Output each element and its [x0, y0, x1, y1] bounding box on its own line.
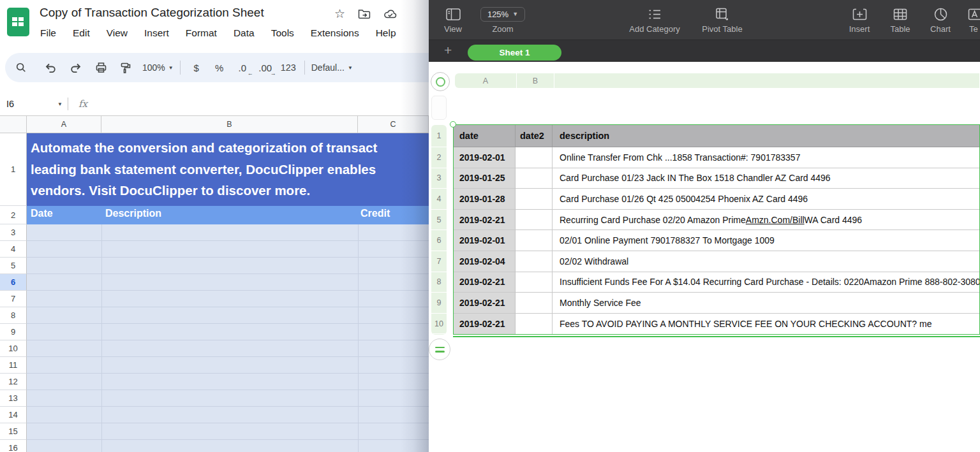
move-folder-icon[interactable] — [358, 8, 371, 20]
column-header-c[interactable]: C — [358, 115, 429, 133]
table-select-all-handle[interactable] — [431, 72, 450, 91]
table-icon[interactable] — [885, 5, 916, 23]
row-number[interactable]: 5 — [431, 210, 447, 231]
row-header[interactable]: 2 — [0, 206, 27, 224]
add-sheet-button[interactable]: + — [444, 43, 452, 58]
cell-date2[interactable] — [516, 314, 553, 335]
add-category-icon[interactable] — [624, 5, 685, 23]
text-icon[interactable] — [965, 5, 980, 23]
increase-decimal-button[interactable]: .00→ — [256, 58, 275, 77]
cell-date[interactable]: 2019-02-21 — [454, 210, 516, 231]
format-percent-button[interactable]: % — [210, 58, 229, 77]
cell-date[interactable]: 2019-02-21 — [454, 314, 516, 335]
decrease-decimal-button[interactable]: .0← — [233, 58, 252, 77]
menu-tools[interactable]: Tools — [271, 27, 294, 39]
pivot-table-icon[interactable] — [697, 5, 748, 23]
row-number[interactable]: 2 — [431, 147, 447, 168]
row-header[interactable]: 3 — [0, 224, 27, 241]
table-header-row[interactable]: Date Description Credit — [27, 206, 429, 224]
row-header-selected[interactable]: 6 — [0, 274, 27, 291]
zoom-button[interactable]: 125%▼ — [480, 7, 525, 22]
row-header[interactable]: 8 — [0, 307, 27, 324]
row-header[interactable]: 1 — [0, 133, 27, 206]
cell-date2[interactable] — [516, 168, 553, 189]
row-header[interactable]: 5 — [0, 258, 27, 274]
cell-date2[interactable] — [516, 147, 553, 168]
row-number[interactable]: 6 — [431, 230, 447, 251]
cell-description[interactable]: Monthly Service Fee — [553, 293, 979, 314]
cell-date[interactable]: 2019-02-21 — [454, 293, 516, 314]
cell-description[interactable]: Card Purchase 01/26 Qt 425 05004254 Phoe… — [553, 189, 979, 210]
cell-date[interactable]: 2019-01-28 — [454, 189, 516, 210]
cell-description[interactable]: Recurring Card Purchase 02/20 Amazon Pri… — [553, 210, 979, 231]
column-a[interactable]: A — [455, 73, 517, 88]
row-number[interactable]: 9 — [431, 293, 447, 314]
menu-insert[interactable]: Insert — [144, 27, 169, 39]
row-header[interactable]: 16 — [0, 440, 27, 452]
view-sidebar-icon[interactable] — [440, 5, 466, 23]
paint-format-icon[interactable] — [116, 58, 135, 77]
column-c[interactable] — [554, 73, 980, 88]
row-number[interactable]: 8 — [431, 272, 447, 293]
header-description[interactable]: description — [553, 125, 979, 147]
cell-description[interactable]: Insufficient Funds Fee For A $14.04 Recu… — [553, 272, 979, 293]
row-number[interactable]: 1 — [431, 125, 447, 147]
row-header[interactable]: 11 — [0, 357, 27, 374]
print-icon[interactable] — [91, 58, 110, 77]
insert-icon[interactable] — [843, 5, 875, 23]
row-header[interactable]: 15 — [0, 423, 27, 440]
cloud-saved-icon[interactable] — [383, 8, 397, 20]
table-corner-handle[interactable] — [450, 121, 456, 128]
cell-date2[interactable] — [516, 272, 553, 293]
column-header-a[interactable]: A — [27, 115, 101, 133]
row-header[interactable]: 13 — [0, 390, 27, 407]
header-date[interactable]: date — [454, 125, 516, 147]
row-header[interactable]: 10 — [0, 340, 27, 357]
cell-description[interactable]: Card Purchase 01/23 Jack IN The Box 1518… — [553, 168, 979, 189]
tab-sheet-1[interactable]: Sheet 1 — [468, 45, 561, 61]
search-icon[interactable] — [11, 58, 31, 77]
cell-date[interactable]: 2019-01-25 — [454, 168, 516, 189]
menu-format[interactable]: Format — [186, 27, 217, 39]
chevron-down-icon[interactable]: ▼ — [57, 101, 63, 107]
cell-date[interactable]: 2019-02-01 — [454, 147, 516, 168]
row-header[interactable]: 7 — [0, 291, 27, 307]
menu-view[interactable]: View — [107, 27, 128, 39]
cell-date2[interactable] — [516, 189, 553, 210]
menu-extensions[interactable]: Extensions — [311, 27, 359, 39]
menu-data[interactable]: Data — [234, 27, 255, 39]
row-number[interactable]: 3 — [431, 168, 447, 189]
cell-date2[interactable] — [516, 251, 553, 272]
undo-icon[interactable] — [40, 58, 59, 77]
cell-date2[interactable] — [516, 230, 553, 251]
header-date2[interactable]: date2 — [516, 125, 553, 147]
document-title[interactable]: Copy of Transaction Categorization Sheet — [40, 6, 264, 20]
row-number[interactable]: 7 — [431, 251, 447, 272]
row-number[interactable]: 4 — [431, 189, 447, 210]
row-header[interactable]: 14 — [0, 407, 27, 423]
menu-edit[interactable]: Edit — [73, 27, 90, 39]
cell-date2[interactable] — [516, 293, 553, 314]
cell-description[interactable]: Online Transfer From Chk ...1858 Transac… — [553, 147, 979, 168]
column-b[interactable]: B — [517, 73, 554, 88]
row-header[interactable]: 9 — [0, 324, 27, 340]
column-header-b[interactable]: B — [101, 115, 358, 133]
sheets-logo-icon[interactable] — [7, 8, 29, 36]
empty-grid-rows[interactable] — [27, 224, 429, 452]
star-icon[interactable]: ☆ — [334, 6, 345, 21]
row-number[interactable]: 10 — [431, 314, 447, 335]
cell-date[interactable]: 2019-02-21 — [454, 272, 516, 293]
menu-file[interactable]: File — [40, 27, 56, 39]
format-currency-button[interactable]: $ — [187, 58, 206, 77]
chart-icon[interactable] — [925, 5, 956, 23]
cell-date[interactable]: 2019-02-04 — [454, 251, 516, 272]
cell-description[interactable]: 02/01 Online Payment 7901788327 To Mortg… — [553, 230, 979, 251]
cell-description[interactable]: 02/02 Withdrawal — [553, 251, 979, 272]
add-rows-handle[interactable] — [429, 339, 450, 360]
font-select[interactable]: Defaul...▼ — [311, 58, 353, 77]
select-all-corner[interactable] — [0, 115, 27, 133]
row-header[interactable]: 12 — [0, 374, 27, 390]
zoom-select[interactable]: 100%▼ — [142, 58, 174, 77]
name-box[interactable]: I6 — [0, 99, 61, 109]
redo-icon[interactable] — [66, 58, 85, 77]
